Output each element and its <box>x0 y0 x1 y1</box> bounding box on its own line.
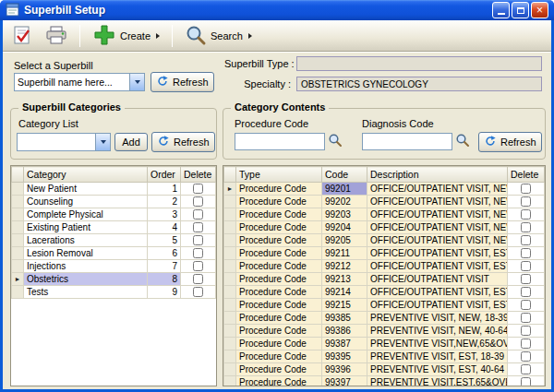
category-cell[interactable]: Tests <box>24 286 148 299</box>
delete-checkbox[interactable] <box>521 196 531 207</box>
delete-checkbox[interactable] <box>521 274 531 284</box>
content-row[interactable]: Procedure Code99396PREVENTIVE VISIT, EST… <box>224 363 545 376</box>
category-cell[interactable]: New Patient <box>24 183 148 196</box>
categories-refresh-button[interactable]: Refresh <box>151 132 215 152</box>
code-cell[interactable]: 99202 <box>322 196 367 208</box>
delete-cell[interactable] <box>508 247 545 260</box>
delete-checkbox[interactable] <box>521 261 531 271</box>
code-cell[interactable]: 99387 <box>322 338 367 350</box>
category-row[interactable]: Counseling2 <box>12 196 216 208</box>
delete-checkbox[interactable] <box>521 339 531 349</box>
category-row[interactable]: New Patient1 <box>12 183 216 196</box>
delete-checkbox[interactable] <box>521 209 531 220</box>
description-cell[interactable]: OFFICE/OUTPATIENT VISIT, NEW <box>367 234 508 247</box>
code-cell[interactable]: 99396 <box>322 363 367 376</box>
description-cell[interactable]: OFFICE/OUTPATIENT VISIT, NEW <box>367 183 508 196</box>
type-cell[interactable]: Procedure Code <box>236 299 322 312</box>
type-cell[interactable]: Procedure Code <box>236 376 322 387</box>
category-row[interactable]: Injections7 <box>12 260 216 273</box>
type-cell[interactable]: Procedure Code <box>236 273 322 286</box>
delete-checkbox[interactable] <box>193 184 203 194</box>
code-cell[interactable]: 99215 <box>322 299 367 312</box>
type-cell[interactable]: Procedure Code <box>236 312 322 325</box>
delete-cell[interactable] <box>508 183 545 196</box>
diagnosis-code-input[interactable] <box>362 133 452 150</box>
delete-checkbox[interactable] <box>521 248 531 258</box>
procedure-code-search-button[interactable] <box>326 133 344 150</box>
delete-cell[interactable] <box>508 350 545 363</box>
description-cell[interactable]: PREVENTIVE VISIT, NEW, 40-64 <box>367 325 508 338</box>
content-row[interactable]: Procedure Code99385PREVENTIVE VISIT, NEW… <box>224 312 545 325</box>
create-button[interactable]: Create <box>89 21 163 51</box>
delete-cell[interactable] <box>508 221 545 234</box>
description-cell[interactable]: PREVENTIVE VISIT, EST, 40-64 <box>367 363 508 376</box>
delete-checkbox[interactable] <box>521 287 531 297</box>
print-button[interactable] <box>42 23 71 49</box>
content-row[interactable]: Procedure Code99397PREVENTIVE VISIT,EST,… <box>224 376 545 387</box>
delete-cell[interactable] <box>508 363 545 376</box>
delete-checkbox[interactable] <box>193 222 203 232</box>
category-row[interactable]: Existing Patient4 <box>12 221 216 234</box>
description-column-header[interactable]: Description <box>367 167 508 183</box>
description-cell[interactable]: OFFICE/OUTPATIENT VISIT, NEW <box>367 208 508 221</box>
content-row[interactable]: Procedure Code99202OFFICE/OUTPATIENT VIS… <box>224 196 545 208</box>
delete-cell[interactable] <box>181 183 216 196</box>
category-cell[interactable]: Lesion Removal <box>24 247 148 260</box>
order-cell[interactable]: 5 <box>148 234 181 247</box>
maximize-button[interactable] <box>512 2 529 18</box>
order-cell[interactable]: 6 <box>148 247 181 260</box>
delete-cell[interactable] <box>508 325 545 338</box>
delete-cell[interactable] <box>181 260 216 273</box>
delete-cell[interactable] <box>508 312 545 325</box>
code-cell[interactable]: 99205 <box>322 234 367 247</box>
content-row[interactable]: Procedure Code99204OFFICE/OUTPATIENT VIS… <box>224 221 545 234</box>
delete-checkbox[interactable] <box>521 326 531 336</box>
type-cell[interactable]: Procedure Code <box>236 247 322 260</box>
delete-column-header[interactable]: Delete <box>181 167 216 183</box>
delete-cell[interactable] <box>181 247 216 260</box>
code-cell[interactable]: 99397 <box>322 376 367 387</box>
delete-cell[interactable] <box>508 208 545 221</box>
category-list-dropdown[interactable] <box>17 133 111 151</box>
minimize-button[interactable] <box>492 2 510 18</box>
delete-checkbox[interactable] <box>193 287 203 297</box>
content-row[interactable]: Procedure Code99215OFFICE/OUTPATIENT VIS… <box>224 299 545 312</box>
type-cell[interactable]: Procedure Code <box>236 338 322 350</box>
delete-cell[interactable] <box>181 221 216 234</box>
post-button[interactable] <box>8 23 36 49</box>
category-row[interactable]: Complete Physical3 <box>12 208 216 221</box>
content-row[interactable]: Procedure Code99205OFFICE/OUTPATIENT VIS… <box>224 234 545 247</box>
diagnosis-code-search-button[interactable] <box>453 133 472 150</box>
order-cell[interactable]: 8 <box>148 273 181 286</box>
delete-cell[interactable] <box>181 208 216 221</box>
procedure-code-input[interactable] <box>235 133 325 150</box>
delete-checkbox[interactable] <box>521 300 531 310</box>
category-cell[interactable]: Lacerations <box>24 234 148 247</box>
delete-checkbox[interactable] <box>193 274 203 284</box>
code-cell[interactable]: 99204 <box>322 221 367 234</box>
code-cell[interactable]: 99211 <box>322 247 367 260</box>
category-cell[interactable]: Counseling <box>24 196 148 208</box>
description-cell[interactable]: PREVENTIVE VISIT, EST, 18-39 <box>367 350 508 363</box>
delete-checkbox[interactable] <box>521 184 531 194</box>
category-row[interactable]: Tests9 <box>12 286 216 299</box>
category-row[interactable]: Lacerations5 <box>12 234 216 247</box>
category-cell[interactable]: Complete Physical <box>24 208 148 221</box>
delete-cell[interactable] <box>181 273 216 286</box>
order-column-header[interactable]: Order <box>148 167 181 183</box>
type-cell[interactable]: Procedure Code <box>236 260 322 273</box>
superbill-dropdown[interactable]: Superbill name here... <box>14 73 145 91</box>
delete-cell[interactable] <box>508 273 545 286</box>
type-cell[interactable]: Procedure Code <box>236 183 322 196</box>
delete-checkbox[interactable] <box>193 235 203 245</box>
description-cell[interactable]: OFFICE/OUTPATIENT VISIT, EST <box>367 286 508 299</box>
delete-checkbox[interactable] <box>193 248 203 258</box>
delete-checkbox[interactable] <box>193 261 203 271</box>
category-row[interactable]: Lesion Removal6 <box>12 247 216 260</box>
type-cell[interactable]: Procedure Code <box>236 286 322 299</box>
code-cell[interactable]: 99203 <box>322 208 367 221</box>
category-row[interactable]: ►Obstetrics8 <box>12 273 216 286</box>
delete-checkbox[interactable] <box>193 209 203 220</box>
delete-cell[interactable] <box>508 234 545 247</box>
type-cell[interactable]: Procedure Code <box>236 221 322 234</box>
